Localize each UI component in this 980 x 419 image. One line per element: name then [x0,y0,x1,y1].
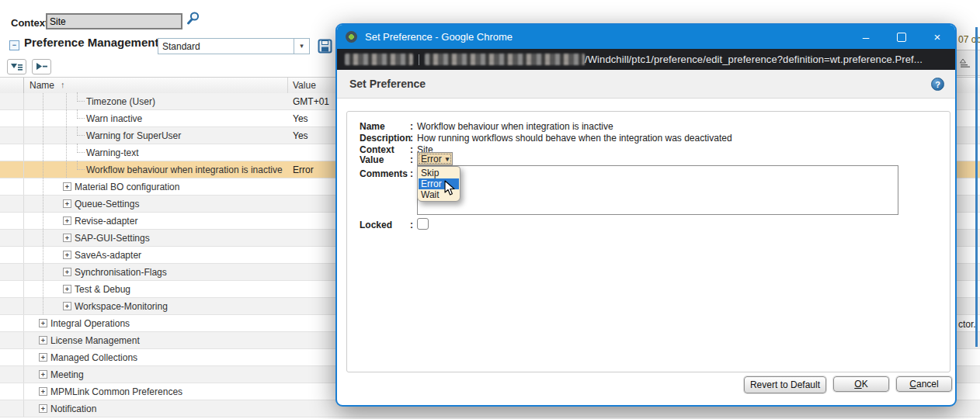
tree-guide-line [43,298,43,314]
maximize-icon [897,33,906,42]
collapse-all-icon [35,61,49,72]
tree-guide-line [43,110,43,126]
expand-icon[interactable]: + [39,370,47,379]
row-label[interactable]: Integral Operations [50,318,130,329]
row-selector-cell [0,93,24,109]
view-dropdown[interactable]: Standard ▾ [158,38,310,54]
row-label[interactable]: Material BO configuration [75,182,179,192]
tree-guide-line [66,144,67,161]
dropdown-option[interactable]: Skip [419,168,459,178]
row-selector-cell [0,400,24,417]
collapse-all-button[interactable] [32,59,51,74]
tree-guide-line [66,127,67,144]
description-label: Description [360,133,411,144]
row-selector-cell [0,366,24,383]
row-selector-cell [0,298,24,314]
tree-elbow [77,161,85,170]
row-label[interactable]: Queue-Settings [75,199,139,210]
row-label[interactable]: SaveAs-adapter [75,250,141,261]
row-label[interactable]: Warning-text [86,147,139,158]
window-titlebar[interactable]: Set Preference - Google Chrome – × [337,25,955,49]
colon: : [410,121,413,132]
value-text-fragment: ctor. [958,319,976,330]
value-select[interactable]: Error ▾ [417,152,453,165]
windchill-favicon [346,31,357,43]
revert-to-default-button[interactable]: Revert to Default [744,376,826,393]
expand-icon[interactable]: + [63,216,71,225]
ok-button[interactable]: OK [833,376,889,392]
expand-icon[interactable]: + [63,268,71,276]
tree-guide-line [66,110,67,126]
expand-icon[interactable]: + [63,302,71,310]
row-label[interactable]: Timezone (User) [86,96,155,107]
row-selector-cell [0,264,24,280]
expand-icon[interactable]: + [39,387,47,396]
tree-guide-line [43,93,43,109]
column-header-value[interactable]: Value [293,80,316,91]
row-value: Yes [293,130,308,141]
expand-icon[interactable]: + [63,251,71,259]
chevron-down-icon[interactable]: ▾ [294,39,309,54]
row-label[interactable]: Revise-adapter [75,216,137,227]
row-selector-cell [0,161,24,178]
row-value: Yes [293,113,308,124]
context-label: Context [11,17,48,29]
expand-icon[interactable]: + [39,319,47,327]
expand-icon[interactable]: + [63,199,71,208]
column-divider [287,78,288,93]
colon: : [410,168,413,179]
minimize-button[interactable]: – [848,25,884,49]
url-bar[interactable]: /Windchill/ptc1/preference/edit_preferen… [337,49,955,70]
expand-icon[interactable]: + [39,404,47,413]
row-label[interactable]: MPMLink Common Preferences [50,386,182,397]
expand-icon[interactable]: + [63,234,71,242]
row-label[interactable]: Workflow behaviour when integration is i… [86,164,283,175]
row-selector-cell [0,178,24,195]
url-divider [419,54,419,65]
expand-icon[interactable]: + [63,285,71,293]
set-preference-window: Set Preference - Google Chrome – × /Wind… [335,23,957,407]
value-label: Value [360,154,384,165]
row-label[interactable]: Workspace-Monitoring [75,301,168,312]
maximize-button[interactable] [884,25,919,49]
row-label[interactable]: Warn inactive [86,113,142,124]
row-label[interactable]: License Management [50,335,140,346]
filter-list-icon [10,61,24,72]
cancel-button[interactable]: Cancel [896,376,952,392]
context-field-label: Context [360,144,394,155]
search-icon[interactable] [186,11,201,29]
locked-checkbox[interactable] [417,218,429,230]
row-label[interactable]: Managed Collections [50,352,137,363]
tree-guide-line [43,230,43,246]
collapse-section-icon[interactable]: − [9,40,19,50]
save-icon[interactable] [318,39,332,57]
row-label[interactable]: Test & Debug [75,284,130,295]
chevron-down-icon: ▾ [446,155,450,163]
locked-label: Locked [360,220,392,230]
expand-icon[interactable]: + [39,336,47,345]
expand-icon[interactable]: + [63,182,71,191]
tree-elbow [77,92,85,102]
description-value: How running workflows should behave when… [417,133,732,144]
comments-label: Comments [360,168,408,179]
tree-guide-line [43,281,43,297]
row-selector-cell [0,349,24,365]
row-label[interactable]: Synchronisation-Flags [75,267,167,278]
row-selector-cell [0,383,24,400]
column-header-name[interactable]: Name [30,80,54,91]
help-icon[interactable]: ? [931,78,944,91]
row-label[interactable]: SAP-GUI-Settings [75,233,150,244]
expand-icon[interactable]: + [39,353,47,362]
sort-ascending-icon[interactable]: ↑ [61,80,65,89]
context-input[interactable] [46,13,182,29]
window-title: Set Preference - Google Chrome [365,31,513,43]
sort-filter-icon[interactable] [960,58,971,68]
row-selector-cell [0,315,24,331]
comments-textarea[interactable] [417,165,898,215]
row-label[interactable]: Meeting [50,369,84,380]
row-label[interactable]: Notification [50,403,96,414]
close-button[interactable]: × [919,25,955,49]
row-value: GMT+01 [293,96,329,107]
row-label[interactable]: Warning for SuperUser [86,130,181,141]
table-view-button[interactable] [7,59,26,74]
